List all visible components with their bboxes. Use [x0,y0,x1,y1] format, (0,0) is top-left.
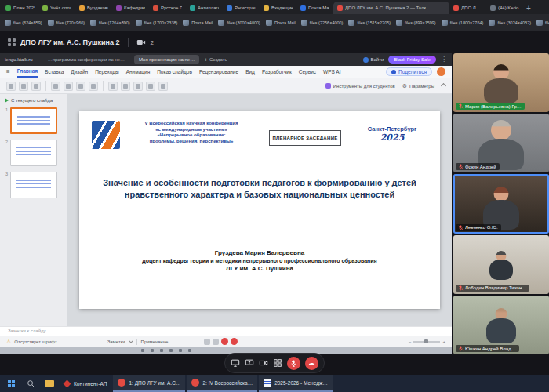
image-file-icon [489,20,495,26]
mic-muted-icon [289,359,298,368]
browser-tab[interactable]: Учёт оплаты… [38,2,75,14]
screen: План 2025 г… Учёт оплаты… Бурдакова С… К… [0,0,549,392]
kontinent-ap-icon [64,379,71,387]
font-missing-warning: Отсутствует шрифт [14,339,56,344]
browser-tab-strip: План 2025 г… Учёт оплаты… Бурдакова С… К… [0,0,549,14]
account-icon [363,57,369,63]
editor-status-bar: ⚠ Отсутствует шрифт Заметки Примечание − [0,336,452,347]
browser-tab[interactable]: Антиплагиат [186,2,223,14]
shared-screen[interactable]: lengu.ktalk.ru …программа конференции по… [0,53,452,354]
comments-toggle: Примечание [141,339,169,344]
tab-favicon [116,5,122,11]
taskbar-window-button[interactable]: 2: IV Всероссийска… [187,375,257,392]
taskbar-explorer-button[interactable] [41,375,58,392]
mic-muted-icon [458,285,464,291]
image-file-icon [48,20,54,26]
monitor-icon[interactable] [231,358,240,368]
bookmark-item[interactable]: files (828×1792) [536,20,549,26]
bookmark-item[interactable]: files (1800×2764) [442,20,484,26]
presenter-floating-controls [204,338,238,345]
share-screen-icon[interactable] [245,358,254,368]
participant-tile[interactable]: Юшкин Андрей Влад… [453,296,549,354]
bookmark-item[interactable]: files (1515×2205) [348,20,391,26]
participant-name-tag: Левченко О.Ю. [456,224,501,231]
bookmark-item[interactable]: files (624×859) [5,20,42,26]
zoom-out-icon: − [409,339,412,344]
ribbon-tab-slideshow: Показ слайдов [157,66,192,78]
browser-tab[interactable]: Кафедральн… [112,2,149,14]
mail-icon [266,20,272,26]
taskbar-item-kontinent[interactable]: Континент-АП [60,375,111,392]
taskbar-window-button[interactable]: 2025-2026 - Менедж… [259,375,333,392]
browser-tab-active[interactable]: ДПО ЛГУ им. А.С. Пушкина 2 — Толк [333,2,449,14]
image-file-icon [5,20,11,26]
ribbon-tool-icon [64,82,73,91]
bookmark-item[interactable]: files (3000×4000) [218,20,260,26]
start-button[interactable] [2,375,20,392]
participant-tile[interactable]: Мария (Валерьевна) Гр… [453,53,549,112]
presenter-browser-tab-active: Моя презентация на ne… [134,55,199,64]
ribbon-tab-review: Рецензирование [199,66,238,78]
taskbar-window-button[interactable]: 1: ДПО ЛГУ им. А.С… [113,375,185,392]
browser-app-icon [191,379,199,387]
tab-favicon [153,5,158,11]
browser-tab[interactable]: План 2025 г… [2,2,38,14]
end-call-icon [307,359,316,368]
grid-view-icon[interactable] [273,358,282,368]
browser-tab[interactable]: Входящие… [260,2,296,14]
bookmark-item[interactable]: Почта Mail [183,20,213,26]
taskbar-search-button[interactable] [22,375,39,392]
presenter-camera-off-indicator [231,338,238,345]
tab-favicon [490,5,496,11]
conference-logo [92,121,120,149]
browser-tab[interactable]: Бурдакова С… [75,2,112,14]
mic-muted-icon [458,103,464,109]
browser-tab[interactable]: Почта Mail… [296,2,333,14]
bookmark-item[interactable]: files (2256×4000) [301,20,344,26]
browser-tab[interactable]: (44) Kerio Co… [486,2,523,14]
toolbar-right-labels: Инструменты для студентов ⚙Параметры [325,83,445,89]
ribbon-toolbar: Инструменты для студентов ⚙Параметры [0,78,452,94]
ribbon-tool-icon [51,82,60,91]
bookmark-item[interactable]: files (1700×2338) [136,20,178,26]
participant-tile-active-speaker[interactable]: Левченко О.Ю. [453,174,549,233]
new-tab-button[interactable]: + [523,3,534,14]
ribbon-tool-icon [76,82,85,91]
browser-tab[interactable]: Регистраци… [223,2,260,14]
search-icon [27,379,35,388]
tab-favicon [190,5,195,11]
bookmark-item[interactable]: files (720×960) [48,20,85,26]
mic-muted-icon [458,346,464,351]
slide-thumbnail-row: 1 [0,107,67,134]
browser-tab[interactable]: ДПО Л… [449,2,486,14]
bookmark-item[interactable]: files (3024×4032) [489,20,531,26]
participant-tile[interactable]: Лободин Владимир Тихон… [453,235,549,294]
mic-off-button[interactable] [287,357,300,370]
ribbon-tool-icon [108,82,118,91]
browser-tab[interactable]: Русское Пор… [149,2,186,14]
image-file-icon [348,20,354,26]
presenter-browser-tabstrip: lengu.ktalk.ru …программа конференции по… [0,53,452,66]
camera-icon[interactable] [259,358,268,368]
bookmark-item[interactable]: files (899×1599) [396,20,436,26]
tab-favicon [42,5,48,11]
settings-button: ⚙Параметры [402,83,434,89]
collapse-ribbon-icon [441,83,446,89]
slide-thumbnail [10,172,57,198]
bookmark-item[interactable]: Почта Mail [266,20,296,26]
presenter-control-icon [213,339,219,345]
ribbon-tool-icon [121,82,130,91]
image-file-icon [301,20,307,26]
participant-name-tag: Лободин Владимир Тихон… [456,285,529,292]
share-button: Поделиться [386,67,432,76]
participant-tile[interactable]: Фокин Андрей [453,114,549,172]
apps-grid-icon[interactable] [8,38,16,46]
end-call-button[interactable] [305,357,318,370]
bookmark-item[interactable]: files (1264×890) [90,20,130,26]
text-cursor [38,56,38,63]
ribbon-tool-icon [89,82,98,91]
tab-favicon [227,5,232,11]
student-tools-icon [325,83,331,89]
ribbon-tool-icon [6,82,16,91]
bookmarks-bar: files (624×859) files (720×960) files (1… [0,14,549,31]
